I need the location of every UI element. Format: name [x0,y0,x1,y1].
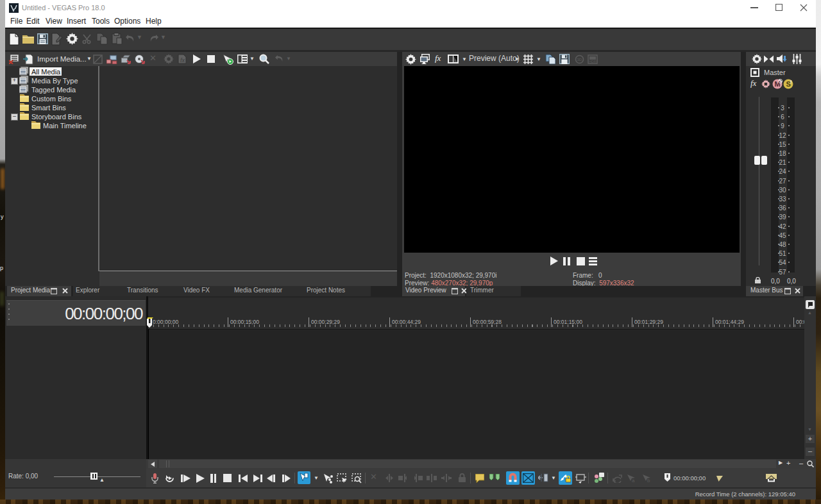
svg-text:M: M [775,80,781,88]
svg-text:!: ! [790,79,792,85]
svg-text:R: R [764,82,767,87]
svg-text:3D: 3D [577,58,582,62]
svg-text:HDR: HDR [589,60,597,63]
svg-text:a: a [632,478,635,483]
svg-text:fx: fx [180,57,185,63]
svg-text:b: b [647,478,650,483]
